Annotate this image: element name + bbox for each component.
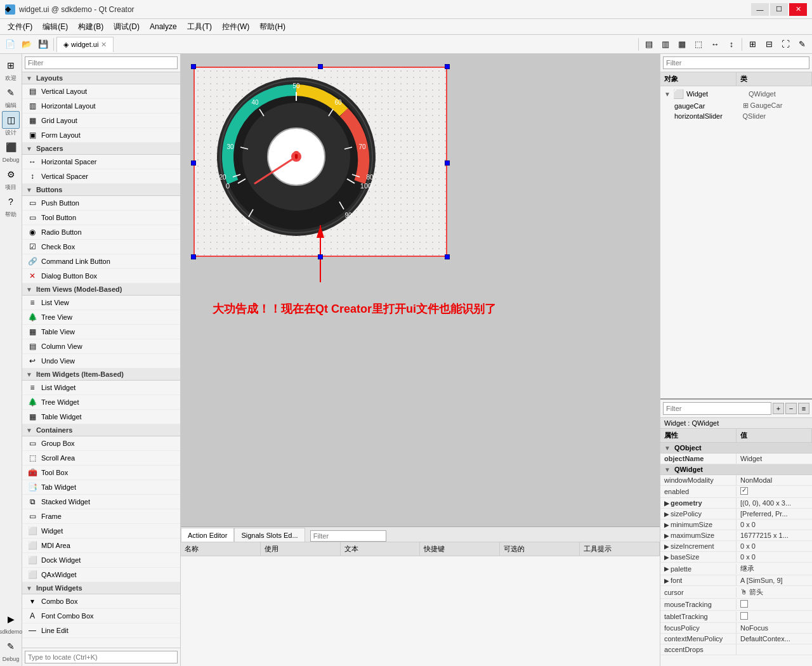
font-arrow[interactable]: ▶ [664, 577, 669, 584]
prop-maxsize[interactable]: ▶maximumSize 16777215 x 1... [660, 530, 812, 541]
maxsize-arrow[interactable]: ▶ [664, 532, 669, 539]
sidebar-debug[interactable]: ⬛ [2, 138, 20, 156]
handle-tl[interactable] [191, 64, 196, 69]
action-filter-input[interactable] [310, 530, 386, 542]
close-button[interactable]: ✕ [789, 3, 807, 16]
widget-undo-view[interactable]: ↩ Undo View [22, 354, 180, 369]
form-canvas[interactable]: 0 10 20 30 [193, 67, 447, 257]
containers-collapse[interactable]: ▼ [26, 427, 32, 434]
menu-analyze[interactable]: Analyze [145, 21, 182, 32]
widget-tab-widget[interactable]: 📑 Tab Widget [22, 480, 180, 495]
handle-tc[interactable] [318, 64, 323, 69]
prop-sizeincrement[interactable]: ▶sizeIncrement 0 x 0 [660, 541, 812, 552]
widget-combo-box[interactable]: ▾ Combo Box [22, 594, 180, 609]
prop-mousetracking[interactable]: mouseTracking [660, 599, 812, 611]
prop-sizepolicy[interactable]: ▶sizePolicy [Preferred, Pr... [660, 509, 812, 519]
prop-objectname[interactable]: objectName Widget [660, 454, 812, 464]
widget-mdi-area[interactable]: ⬜ MDI Area [22, 539, 180, 553]
item-widgets-collapse[interactable]: ▼ [26, 371, 32, 378]
toolbar-open[interactable]: 📂 [19, 37, 34, 52]
widget-radio-button[interactable]: ◉ Radio Button [22, 225, 180, 240]
widget-table-widget[interactable]: ▦ Table Widget [22, 410, 180, 424]
widget-list-view[interactable]: ≡ List View [22, 296, 180, 310]
widget-check-box[interactable]: ☑ Check Box [22, 240, 180, 254]
menu-build[interactable]: 构建(B) [73, 20, 108, 34]
widget-horizontal-layout[interactable]: ▥ Horizontal Layout [22, 99, 180, 114]
widget-dialog-button-box[interactable]: ✕ Dialog Button Box [22, 269, 180, 284]
sidebar-design[interactable]: ◫ [2, 111, 20, 129]
props-remove-btn[interactable]: − [785, 403, 797, 414]
widget-group-box[interactable]: ▭ Group Box [22, 436, 180, 451]
locate-input[interactable] [25, 651, 178, 663]
widget-grid-layout[interactable]: ▦ Grid Layout [22, 114, 180, 128]
spacers-collapse[interactable]: ▼ [26, 145, 32, 152]
sidebar-projects[interactable]: ⚙ [2, 166, 20, 183]
prop-geometry[interactable]: ▶geometry [(0, 0), 400 x 3... [660, 498, 812, 509]
prop-palette[interactable]: ▶palette 继承 [660, 563, 812, 575]
prop-enabled[interactable]: enabled [660, 486, 812, 498]
toolbar-layout-btn6[interactable]: ↕ [724, 37, 739, 52]
props-add-btn[interactable]: + [773, 403, 784, 414]
handle-mr[interactable] [445, 160, 450, 166]
tree-item-widget[interactable]: ▼ ⬜ Widget QWidget [662, 88, 811, 100]
prop-minsize[interactable]: ▶minimumSize 0 x 0 [660, 519, 812, 530]
toolbar-layout-btn1[interactable]: ▤ [641, 37, 657, 52]
widget-vertical-layout[interactable]: ▤ Vertical Layout [22, 84, 180, 99]
widget-list-widget[interactable]: ≡ List Widget [22, 381, 180, 395]
tree-item-slider[interactable]: horizontalSlider QSlider [662, 111, 811, 121]
menu-controls[interactable]: 控件(W) [217, 20, 254, 34]
widget-command-link-button[interactable]: 🔗 Command Link Button [22, 254, 180, 269]
prop-cursor[interactable]: cursor 🖱 箭头 [660, 586, 812, 599]
toolbar-edit-btn4[interactable]: ✎ [794, 37, 809, 52]
si-arrow[interactable]: ▶ [664, 543, 669, 550]
widget-font-combo-box[interactable]: A Font Combo Box [22, 609, 180, 624]
canvas-area[interactable]: 0 10 20 30 [181, 54, 660, 526]
item-views-collapse[interactable]: ▼ [26, 286, 32, 293]
bs-arrow[interactable]: ▶ [664, 554, 669, 561]
menu-file[interactable]: 文件(F) [3, 20, 37, 34]
input-widgets-collapse[interactable]: ▼ [26, 585, 32, 592]
sidebar-sdkdemo[interactable]: ▶ [2, 610, 20, 628]
menu-tools[interactable]: 工具(T) [182, 20, 217, 34]
tree-item-gaugecar[interactable]: gaugeCar ⊞ GaugeCar [662, 100, 811, 111]
sidebar-welcome[interactable]: ⊞ [2, 56, 20, 74]
handle-ml[interactable] [191, 160, 196, 166]
sidebar-debug2[interactable]: ✎ [2, 637, 20, 655]
toolbar-edit-btn1[interactable]: ⊞ [745, 37, 760, 52]
menu-debug[interactable]: 调试(D) [108, 20, 145, 34]
widget-tool-button[interactable]: ▭ Tool Button [22, 211, 180, 225]
widget-frame[interactable]: ▭ Frame [22, 509, 180, 524]
toolbar-layout-btn5[interactable]: ↔ [707, 37, 723, 52]
handle-tr[interactable] [445, 64, 450, 69]
action-editor-tab[interactable]: Action Editor [181, 528, 234, 542]
widget-tree-widget[interactable]: 🌲 Tree Widget [22, 395, 180, 410]
minsize-arrow[interactable]: ▶ [664, 521, 669, 528]
toolbar-layout-btn2[interactable]: ▥ [658, 37, 673, 52]
widget-scroll-area[interactable]: ⬚ Scroll Area [22, 451, 180, 466]
sizepolicy-arrow[interactable]: ▶ [664, 511, 669, 518]
geometry-arrow[interactable]: ▶ [664, 500, 669, 507]
widget-column-view[interactable]: ▤ Column View [22, 339, 180, 354]
toolbar-edit-btn3[interactable]: ⛶ [778, 37, 793, 52]
prop-tablettracking[interactable]: tabletTracking [660, 611, 812, 623]
widget-horizontal-spacer[interactable]: ↔ Horizontal Spacer [22, 155, 180, 169]
sidebar-help[interactable]: ? [2, 193, 20, 211]
sidebar-edit[interactable]: ✎ [2, 84, 20, 101]
widget-vertical-spacer[interactable]: ↕ Vertical Spacer [22, 169, 180, 184]
handle-bl[interactable] [191, 254, 196, 259]
toolbar-layout-btn3[interactable]: ▦ [674, 37, 690, 52]
signals-slots-tab[interactable]: Signals Slots Ed... [234, 528, 304, 542]
prop-contextmenupolicy[interactable]: contextMenuPolicy DefaultContex... [660, 634, 812, 644]
widget-tab[interactable]: ◈ widget.ui ✕ [56, 37, 114, 52]
qobject-collapse[interactable]: ▼ [664, 445, 671, 452]
widget-table-view[interactable]: ▦ Table View [22, 325, 180, 339]
toolbar-edit-btn2[interactable]: ⊟ [761, 37, 776, 52]
menu-edit[interactable]: 编辑(E) [37, 20, 73, 34]
widget-dock-widget[interactable]: ⬜ Dock Widget [22, 553, 180, 568]
handle-br[interactable] [445, 254, 450, 259]
prop-windowmodality[interactable]: windowModality NonModal [660, 475, 812, 486]
tab-close-button[interactable]: ✕ [101, 41, 107, 49]
widget-form-layout[interactable]: ▣ Form Layout [22, 128, 180, 143]
widget-canvas[interactable]: 0 10 20 30 [193, 67, 447, 257]
widget-tool-box[interactable]: 🧰 Tool Box [22, 466, 180, 480]
